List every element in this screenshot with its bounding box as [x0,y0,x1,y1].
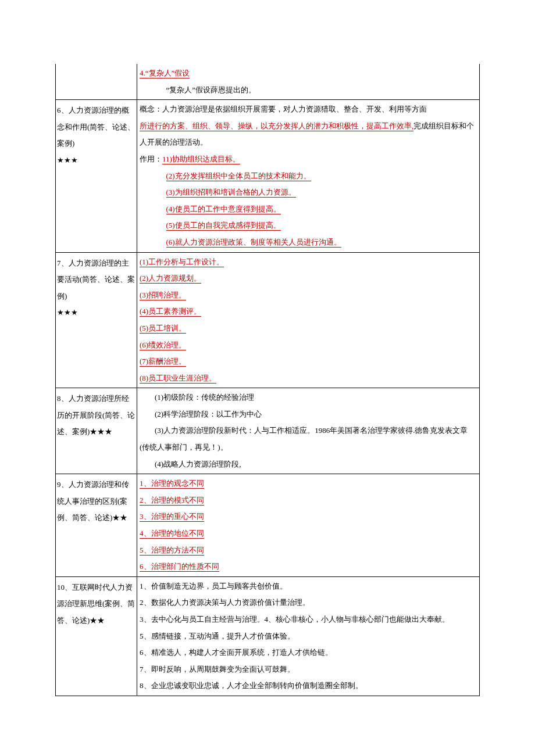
content-text: 6、精准选人，构建人才全面开展系统，打造人才供给链。 [140,648,333,657]
content-text: 2、数据化人力资源决策与人力资源价值计量治理。 [140,598,310,607]
content-text: 1、价值制造无边界，员工与顾客共创价值。 [140,582,287,590]
topic-title: 10、互联网时代人力资源治理新思维(案例、简答、论述)★★ [57,583,135,625]
content-line: 6、精准选人，构建人才全面开展系统，打造人才供给链。 [140,644,477,661]
content-text: 5、感情链接，互动沟通，提升人才价值体验。 [140,632,295,640]
content-cell: (1)初级阶段：传统的经验治理(2)科学治理阶段：以工作为中心(3)人力资源治理… [137,388,480,474]
study-notes-table: 4.“复杂人”假设“复杂人”假设薛恩提出的。6、人力资源治理的概念和作用(简答、… [55,64,480,696]
content-text: “复杂人”假设薛恩提出的。 [166,85,256,94]
content-line: (2)人力资源规划。 [140,270,477,287]
topic-cell: 6、人力资源治理的概念和作用(简答、论述、案例)★★★ [56,100,137,252]
content-text: 5、治理的方法不同 [140,546,204,556]
content-text: 3、去中心化与员工自主经营与治理。4、核心非核心，小人物与非核心部门也能做出大奉… [140,615,450,624]
topic-title: 9、人力资源治理和传统人事治理的区别(案例、简答、论述)★★ [57,480,129,522]
content-line: (5)使员工的自我完成感得到提高。 [140,217,477,234]
content-line: 6、治理部门的性质不同 [140,558,477,575]
topic-cell: 8、人力资源治理所经历的开展阶段(简答、论述、案例)★★★ [56,388,137,474]
content-line: (8)员工职业生涯治理。 [140,370,477,387]
content-line: 概念：人力资源治理是依据组织开展需要，对人力资源猎取、整合、开发、利用等方面 [140,101,477,118]
content-text: (3)为组织招聘和培训合格的人力资源。 [166,188,296,198]
content-cell: 4.“复杂人”假设“复杂人”假设薛恩提出的。 [137,64,480,100]
content-line: 8、企业忠诚变职业忠诚，人才企业全部制转向价值制造圈全部制。 [140,678,477,694]
content-text: 7、即时反响，从周期鼓舞变为全面认可鼓舞。 [140,665,295,673]
content-line: (4)战略人力资源治理阶段, [140,456,477,473]
topic-title: 8、人力资源治理所经历的开展阶段(简答、论述、案例)★★★ [57,394,135,436]
content-text: (4)使员工的工作中意度得到提高。 [166,205,281,214]
content-line: (3)人力资源治理阶段新时代：人与工作相适应。1986年美国著名治理学家彼得.德… [140,422,477,439]
content-text: (1)工作分析与工作设计。 [140,257,224,267]
table-row: 9、人力资源治理和传统人事治理的区别(案例、简答、论述)★★1、治理的观念不同2… [56,474,480,577]
content-text: 概念：人力资源治理是依据组织开展需要，对人力资源猎取、整合、开发、利用等方 [140,105,419,113]
content-text: (4)员工素养测评。 [140,307,201,317]
content-text: 4.“复杂人”假设 [140,69,190,78]
content-line: 2、数据化人力资源决策与人力资源价值计量治理。 [140,594,477,611]
content-text: (传统人事部门，再见！)。 [140,443,228,452]
content-line: 1、价值制造无边界，员工与顾客共创价值。 [140,578,477,595]
content-line: (1)初级阶段：传统的经验治理 [140,389,477,406]
content-cell: 概念：人力资源治理是依据组织开展需要，对人力资源猎取、整合、开发、利用等方面所进… [137,100,480,252]
content-line: 2、治理的模式不同 [140,492,477,509]
importance-stars: ★★★ [57,308,78,317]
content-cell: 1、价值制造无边界，员工与顾客共创价值。2、数据化人力资源决策与人力资源价值计量… [137,576,480,696]
topic-cell: 7、人力资源治理的主要活动(简答、论述、案例)★★★ [56,252,137,388]
content-line: 3、治理的重心不同 [140,508,477,525]
content-text: (8)员工职业生涯治理。 [140,374,216,384]
content-line: 所进行的方案、组织、领导、操纵，以充分发挥人的潜力和积极性，提高工作效率,完成组… [140,118,477,151]
content-text: (7)薪酬治理。 [140,357,186,367]
content-line: “复杂人”假设薛恩提出的。 [140,82,477,99]
content-line: (4)员工素养测评。 [140,303,477,320]
content-text: 4、治理的地位不同 [140,529,204,539]
topic-cell: 10、互联网时代人力资源治理新思维(案例、简答、论述)★★ [56,576,137,696]
table-row: 8、人力资源治理所经历的开展阶段(简答、论述、案例)★★★(1)初级阶段：传统的… [56,388,480,474]
content-text: (4)战略人力资源治理阶段, [155,460,241,468]
topic-title: 7、人力资源治理的主要活动(简答、论述、案例) [57,259,135,300]
content-text: 作用： [140,155,162,163]
importance-stars: ★★★ [57,156,78,164]
content-line: (1)工作分析与工作设计。 [140,254,477,271]
content-text: (3)人力资源治理阶段新时代：人与工作相适应。1986年美国著名治理学家彼得.德… [155,426,468,435]
content-line: (5)员工培训。 [140,320,477,337]
content-text: (3)招聘治理。 [140,291,186,300]
content-cell: (1)工作分析与工作设计。(2)人力资源规划。(3)招聘治理。(4)员工素养测评… [137,252,480,388]
content-line: 4、治理的地位不同 [140,525,477,542]
content-line: (传统人事部门，再见！)。 [140,439,477,456]
content-text: 6、治理部门的性质不同 [140,562,219,572]
content-line: 5、治理的方法不同 [140,542,477,559]
content-line: (6)就人力资源治理政策、制度等相关人员进行沟通。 [140,234,477,251]
content-text: (2)科学治理阶段：以工作为中心 [155,410,262,418]
table-row: 10、互联网时代人力资源治理新思维(案例、简答、论述)★★1、价值制造无边界，员… [56,576,480,696]
content-text: 所进行的方案、组织、领导、操纵，以充分发挥人的潜力和积极性，提高工作效率, [140,121,413,131]
content-line: 4.“复杂人”假设 [140,65,477,82]
content-text: (2)充分发挥组织中全体员工的技术和能力。 [166,171,311,181]
table-row: 6、人力资源治理的概念和作用(简答、论述、案例)★★★概念：人力资源治理是依据组… [56,100,480,252]
content-line: (4)使员工的工作中意度得到提高。 [140,201,477,218]
table-row: 4.“复杂人”假设“复杂人”假设薛恩提出的。 [56,64,480,100]
content-text: (6)绩效治理。 [140,341,186,350]
topic-cell: 9、人力资源治理和传统人事治理的区别(案例、简答、论述)★★ [56,474,137,577]
content-text: 3、治理的重心不同 [140,512,204,522]
content-text: 2、治理的模式不同 [140,496,204,506]
content-line: (7)薪酬治理。 [140,353,477,370]
table-row: 7、人力资源治理的主要活动(简答、论述、案例)★★★(1)工作分析与工作设计。(… [56,252,480,388]
topic-cell [56,64,137,100]
content-line: (3)为组织招聘和培训合格的人力资源。 [140,184,477,201]
content-text: (2)人力资源规划。 [140,274,201,284]
content-line: 3、去中心化与员工自主经营与治理。4、核心非核心，小人物与非核心部门也能做出大奉… [140,611,477,628]
content-text: 面 [419,105,427,113]
content-line: (2)科学治理阶段：以工作为中心 [140,406,477,423]
content-text: (5)使员工的自我完成感得到提高。 [166,221,281,231]
content-text: 1、治理的观念不同 [140,479,204,489]
content-text: (1)初级阶段：传统的经验治理 [155,393,254,402]
content-line: (2)充分发挥组织中全体员工的技术和能力。 [140,168,477,185]
content-text: (5)员工培训。 [140,324,186,334]
content-text: 8、企业忠诚变职业忠诚，人才企业全部制转向价值制造圈全部制。 [140,681,363,690]
content-line: (3)招聘治理。 [140,287,477,304]
content-line: 5、感情链接，互动沟通，提升人才价值体验。 [140,628,477,645]
topic-title: 6、人力资源治理的概念和作用(简答、论述、案例) [57,106,135,148]
content-cell: 1、治理的观念不同2、治理的模式不同3、治理的重心不同4、治理的地位不同5、治理… [137,474,480,577]
content-line: 作用：11)协助组织达成目标。 [140,151,477,168]
content-text: (6)就人力资源治理政策、制度等相关人员进行沟通。 [166,238,341,248]
content-line: 7、即时反响，从周期鼓舞变为全面认可鼓舞。 [140,661,477,678]
content-text: 11)协助组织达成目标。 [162,155,240,164]
content-line: 1、治理的观念不同 [140,475,477,492]
content-line: (6)绩效治理。 [140,337,477,354]
